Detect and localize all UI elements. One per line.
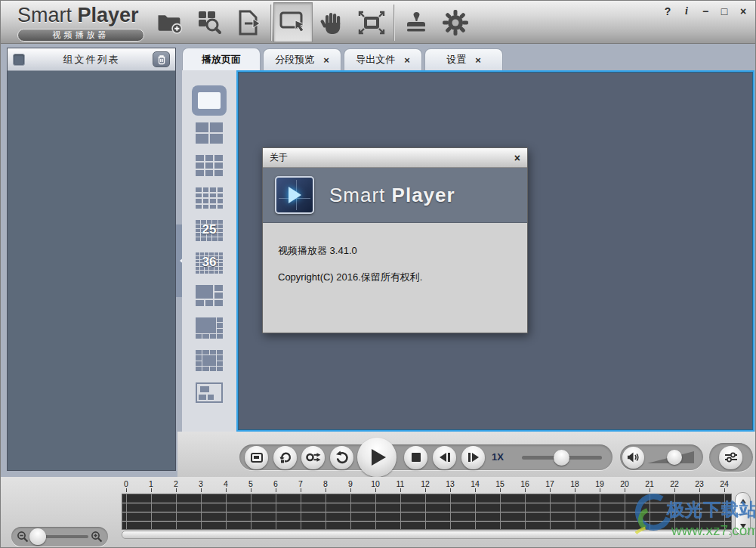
delete-list-button[interactable] [153, 51, 170, 67]
fullscreen-icon [358, 11, 385, 35]
sync-play-button[interactable] [301, 446, 325, 469]
layout-8-button[interactable] [196, 317, 223, 339]
more-settings-bar [709, 443, 753, 472]
about-app-name-bold: Player [392, 184, 455, 206]
speaker-icon [627, 451, 640, 463]
timeline-zoom-slider-thumb[interactable] [29, 528, 46, 545]
next-frame-button[interactable] [461, 446, 485, 469]
ruler-tick: 2 [165, 479, 187, 492]
close-button[interactable]: × [737, 5, 749, 17]
timeline-panel: 0123456789101112131415161718192021222324 [1, 477, 756, 548]
ruler-tick: 21 [638, 479, 661, 492]
speed-slider-thumb[interactable] [554, 450, 569, 466]
tab-设置[interactable]: 设置× [424, 48, 503, 70]
toolbar-separator [270, 5, 271, 41]
timeline-ruler[interactable]: 0123456789101112131415161718192021222324 [126, 479, 730, 494]
layout-4-button[interactable] [196, 122, 223, 144]
about-dialog-close-button[interactable]: × [514, 152, 520, 164]
open-folder-icon [156, 11, 184, 34]
ruler-tick: 10 [364, 479, 387, 492]
timeline-zoom-control [11, 527, 108, 546]
hand-tool-button[interactable] [313, 2, 352, 42]
group-file-list-header: 组文件列表 [8, 48, 175, 71]
single-window-button[interactable] [245, 446, 268, 469]
single-window-icon [251, 453, 263, 463]
layout-36-button[interactable]: 36 [196, 252, 223, 274]
tab-close-icon[interactable]: × [323, 54, 329, 66]
toolbar-separator [393, 5, 394, 41]
prev-frame-button[interactable] [433, 446, 456, 469]
maximize-button[interactable]: □ [718, 5, 730, 17]
scroll-down-arrow[interactable] [736, 524, 750, 528]
about-dialog-titlebar[interactable]: 关于 × [263, 148, 527, 168]
tab-label: 设置 [446, 53, 466, 67]
ruler-tick: 7 [289, 479, 312, 492]
prev-frame-icon [440, 453, 450, 462]
ruler-tick: 22 [663, 479, 686, 492]
segment-search-button[interactable] [190, 2, 229, 42]
scroll-up-arrow[interactable] [736, 499, 750, 503]
tab-分段预览[interactable]: 分段预览× [263, 48, 341, 70]
title-bar: Smart Player 视频播放器 [1, 1, 756, 44]
zoom-in-icon [91, 531, 103, 543]
loop-play-button[interactable] [273, 446, 297, 469]
select-tool-button[interactable] [273, 2, 313, 42]
replay-icon [335, 450, 349, 464]
tab-导出文件[interactable]: 导出文件× [344, 48, 422, 70]
timeline-horizontal-scrollbar[interactable] [122, 531, 732, 539]
layout-16-button[interactable] [196, 187, 223, 209]
stop-button[interactable] [404, 446, 427, 469]
zoom-out-button[interactable] [17, 531, 29, 546]
zoom-out-icon [17, 531, 29, 543]
stamp-button[interactable] [397, 2, 436, 42]
about-dialog-banner: Smart Player [263, 168, 527, 223]
gear-icon [442, 9, 469, 36]
ruler-tick: 12 [414, 479, 437, 492]
app-logo: Smart Player 视频播放器 [17, 4, 146, 42]
settings-button[interactable] [436, 2, 475, 42]
layout-25-button[interactable]: 25 [196, 220, 223, 241]
smart-player-app-icon [275, 176, 314, 214]
stream-settings-button[interactable] [719, 446, 742, 469]
tab-播放页面[interactable]: 播放页面 [182, 48, 261, 70]
open-file-button[interactable] [150, 2, 190, 42]
about-dialog: 关于 × Smart Player 视频播放器 3.41.0 Copyright… [262, 147, 528, 333]
replay-button[interactable] [330, 446, 353, 469]
hand-icon [320, 11, 344, 35]
export-file-button[interactable] [229, 2, 268, 42]
layout-custom-button[interactable] [196, 382, 223, 403]
layout-6-button[interactable] [196, 285, 223, 306]
ruler-tick: 9 [339, 479, 362, 492]
ruler-tick: 0 [115, 479, 137, 492]
play-button[interactable] [357, 438, 397, 477]
group-file-list-body[interactable] [8, 71, 175, 470]
help-button[interactable]: ? [662, 5, 674, 17]
mute-button[interactable] [622, 447, 644, 469]
volume-slider-thumb[interactable] [667, 450, 682, 465]
trash-icon [157, 54, 166, 65]
layout-13-button[interactable] [196, 350, 223, 371]
tab-label: 导出文件 [356, 53, 395, 67]
timeline-vertical-scrollbar[interactable] [735, 492, 751, 535]
about-version-line: 视频播放器 3.41.0 [278, 244, 512, 258]
playback-controls-area: 1X [177, 432, 756, 477]
volume-bar [620, 444, 703, 470]
layout-36-label: 36 [196, 255, 223, 270]
scrollbar-divider [738, 514, 748, 515]
speed-slider-track[interactable] [522, 456, 602, 460]
sync-play-icon [306, 451, 321, 463]
info-button[interactable]: i [680, 5, 693, 17]
tab-close-icon[interactable]: × [404, 54, 410, 66]
fullscreen-button[interactable] [352, 2, 391, 42]
tab-label: 播放页面 [202, 53, 241, 67]
minimize-button[interactable]: − [699, 5, 711, 17]
layout-single-button[interactable] [192, 85, 227, 116]
play-icon [372, 449, 386, 466]
layout-9-button[interactable] [196, 155, 223, 176]
app-title-bold: Player [78, 4, 139, 26]
timeline-grid[interactable] [122, 494, 732, 530]
zoom-in-button[interactable] [91, 531, 103, 546]
tab-close-icon[interactable]: × [475, 54, 481, 66]
about-app-name-light: Smart [329, 184, 385, 206]
app-subtitle-pill: 视频播放器 [17, 29, 144, 42]
